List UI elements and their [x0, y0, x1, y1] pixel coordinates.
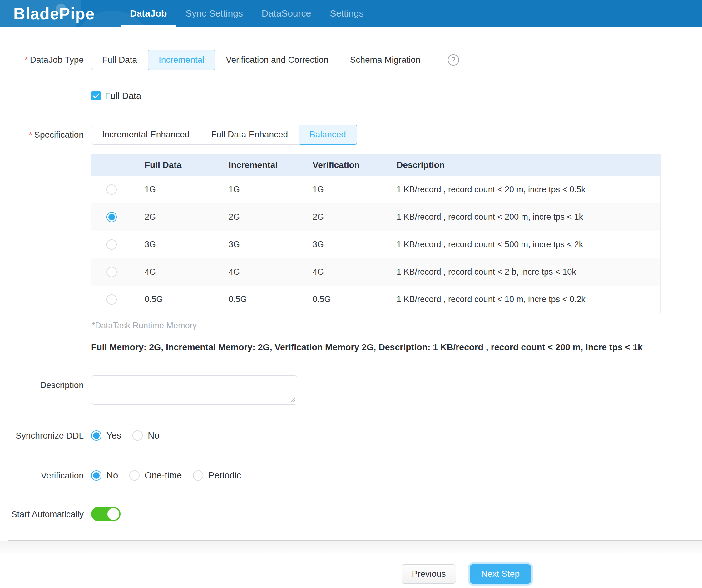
cell-description: 1 KB/record , record count < 20 m, incre… [384, 176, 661, 203]
verification-label: Verification [0, 470, 84, 481]
datajob-type-label: *DataJob Type [0, 55, 84, 65]
cell-description: 1 KB/record , record count < 500 m, incr… [384, 231, 661, 258]
verification-onetime-option[interactable]: One-time [129, 470, 182, 481]
sync-ddl-yes-label: Yes [107, 430, 121, 441]
cell-verification: 0.5G [300, 286, 384, 313]
cell-incremental: 2G [216, 203, 300, 231]
verification-no-radio[interactable] [91, 470, 102, 481]
verification-onetime-radio[interactable] [129, 470, 140, 481]
cell-description: 1 KB/record , record count < 200 m, incr… [384, 203, 661, 231]
table-header-full-data: Full Data [132, 154, 216, 176]
synchronize-ddl-group: Yes No [91, 430, 170, 441]
datajob-type-full-data[interactable]: Full Data [91, 50, 148, 70]
sync-ddl-no-label: No [148, 430, 159, 441]
cell-incremental: 3G [216, 231, 300, 258]
nav-item-datasource[interactable]: DataSource [252, 0, 320, 27]
specification-table: Full Data Incremental Verification Descr… [91, 154, 661, 313]
next-step-button[interactable]: Next Step [470, 564, 531, 584]
cell-description: 1 KB/record , record count < 10 m, incre… [384, 286, 661, 313]
sync-ddl-no-option[interactable]: No [132, 430, 159, 441]
sync-ddl-no-radio[interactable] [132, 430, 143, 441]
spec-balanced[interactable]: Balanced [299, 125, 357, 145]
verification-periodic-radio[interactable] [193, 470, 203, 481]
cell-full-data: 4G [132, 259, 216, 286]
nav-item-settings[interactable]: Settings [320, 0, 373, 27]
nav-item-sync-settings[interactable]: Sync Settings [176, 0, 252, 27]
table-row-2g: 2G 2G 2G 1 KB/record , record count < 20… [92, 203, 661, 231]
specification-group: Incremental Enhanced Full Data Enhanced … [91, 125, 357, 145]
panel-footer-shadow [0, 542, 702, 553]
previous-button[interactable]: Previous [401, 564, 456, 584]
row-radio-cell [92, 231, 132, 258]
spec-incremental-enhanced[interactable]: Incremental Enhanced [91, 125, 201, 145]
description-textarea[interactable] [91, 376, 297, 405]
cell-incremental: 4G [216, 259, 300, 286]
nav-item-datajob[interactable]: DataJob [121, 0, 176, 27]
cell-verification: 1G [300, 176, 384, 203]
cell-full-data: 0.5G [132, 286, 216, 313]
verification-no-option[interactable]: No [91, 470, 118, 481]
description-label: Description [0, 380, 84, 390]
row-radio-cell [92, 203, 132, 231]
sync-ddl-yes-radio[interactable] [91, 430, 102, 441]
spec-full-data-enhanced[interactable]: Full Data Enhanced [200, 125, 299, 145]
cell-incremental: 1G [216, 176, 300, 203]
synchronize-ddl-label: Synchronize DDL [0, 430, 84, 441]
top-navbar: BladePipe DataJob Sync Settings DataSour… [0, 0, 702, 27]
verification-no-label: No [107, 470, 118, 481]
table-header-description: Description [384, 154, 661, 176]
row-1g-radio[interactable] [107, 184, 117, 195]
cell-full-data: 3G [132, 231, 216, 258]
datatask-runtime-memory-note: *DataTask Runtime Memory [92, 321, 197, 330]
full-data-checkbox[interactable] [91, 91, 101, 101]
cell-full-data: 1G [132, 176, 216, 203]
table-header-radio-col [92, 154, 132, 176]
cell-description: 1 KB/record , record count < 2 b, incre … [384, 259, 661, 286]
help-icon[interactable]: ? [448, 54, 459, 65]
memory-summary: Full Memory: 2G, Incremental Memory: 2G,… [91, 342, 643, 352]
table-header-incremental: Incremental [216, 154, 300, 176]
start-automatically-label: Start Automatically [0, 509, 84, 519]
required-marker: * [29, 130, 32, 140]
cell-incremental: 0.5G [216, 286, 300, 313]
table-row-05g: 0.5G 0.5G 0.5G 1 KB/record , record coun… [92, 286, 661, 313]
start-automatically-toggle[interactable] [91, 507, 121, 521]
row-radio-cell [92, 259, 132, 286]
verification-onetime-label: One-time [145, 470, 182, 481]
verification-group: No One-time Periodic [91, 470, 252, 481]
cell-full-data: 2G [132, 203, 216, 231]
row-3g-radio[interactable] [107, 240, 117, 250]
bladepipe-logo: BladePipe [13, 4, 95, 23]
row-radio-cell [92, 176, 132, 203]
nav-menu: DataJob Sync Settings DataSource Setting… [121, 0, 373, 27]
verification-periodic-option[interactable]: Periodic [193, 470, 241, 481]
row-radio-cell [92, 286, 132, 313]
full-data-checkbox-label: Full Data [105, 91, 141, 101]
table-row-1g: 1G 1G 1G 1 KB/record , record count < 20… [92, 176, 661, 203]
table-header-verification: Verification [300, 154, 384, 176]
row-2g-radio[interactable] [107, 212, 117, 222]
datajob-type-schema-migration[interactable]: Schema Migration [339, 50, 432, 70]
panel-divider [8, 36, 702, 36]
table-header-row: Full Data Incremental Verification Descr… [92, 154, 661, 176]
cell-verification: 4G [300, 259, 384, 286]
table-row-4g: 4G 4G 4G 1 KB/record , record count < 2 … [92, 258, 661, 286]
datajob-type-incremental[interactable]: Incremental [148, 50, 215, 70]
sync-ddl-yes-option[interactable]: Yes [91, 430, 121, 441]
specification-label: *Specification [0, 130, 84, 140]
required-marker: * [25, 55, 28, 64]
cell-verification: 3G [300, 231, 384, 258]
cell-verification: 2G [300, 203, 384, 231]
row-4g-radio[interactable] [107, 267, 117, 277]
datajob-type-verification-correction[interactable]: Verification and Correction [215, 50, 339, 70]
row-05g-radio[interactable] [107, 294, 117, 305]
verification-periodic-label: Periodic [208, 470, 241, 481]
toggle-knob [107, 508, 119, 520]
datajob-type-group: Full Data Incremental Verification and C… [91, 50, 431, 70]
table-row-3g: 3G 3G 3G 1 KB/record , record count < 50… [92, 231, 661, 258]
